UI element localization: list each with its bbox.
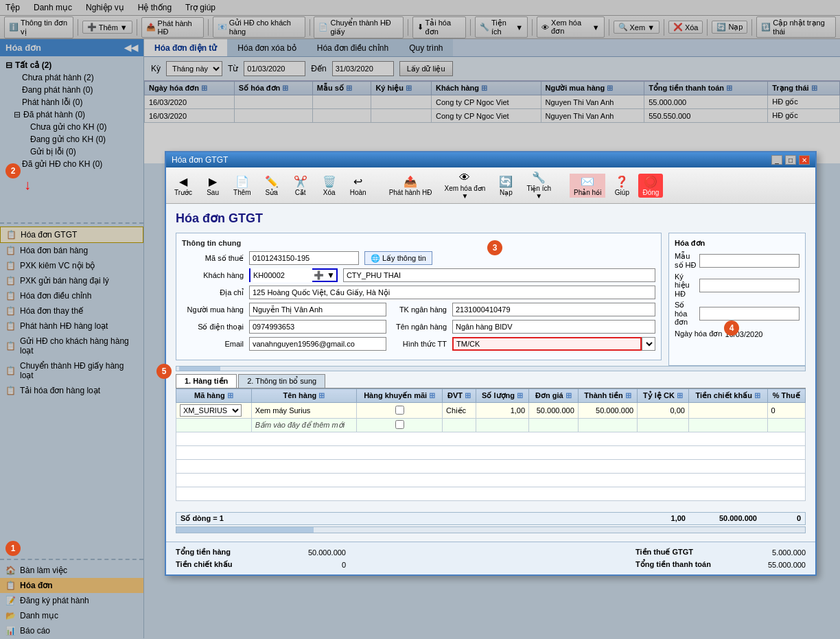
cell-km-new (357, 419, 443, 432)
empty-row (176, 446, 806, 460)
modal-btn-phathanh[interactable]: 📤 Phát hành HĐ (385, 174, 436, 198)
modal-btn-sua[interactable]: ✏️ Sửa (259, 174, 284, 198)
modal-title-text: Hóa đơn GTGT (172, 155, 228, 165)
so-dong-label: Số dòng = 1 (180, 514, 224, 523)
feedback-icon: ✉️ (581, 175, 594, 188)
kh-code-input[interactable] (250, 268, 312, 282)
close2-icon: ⭕ (644, 175, 657, 188)
footer-row-tt: Tổng tiền thanh toán 55.000.000 (635, 560, 806, 569)
modal-overlay[interactable]: Hóa đơn GTGT _ □ ✕ ◀ Trước ▶ Sau 📄 Thêm (0, 0, 840, 639)
product-tab-bosung[interactable]: 2. Thông tin bổ sung (238, 374, 325, 388)
cell-sl-new (476, 419, 529, 432)
km-check1[interactable] (395, 406, 404, 415)
httt-label: Hình thức TT (392, 340, 447, 349)
minimize-btn[interactable]: _ (771, 155, 782, 165)
httt-input[interactable] (452, 337, 642, 351)
hscroll-thumb[interactable] (179, 367, 220, 371)
product-hscroll[interactable] (176, 526, 806, 533)
close-modal-btn[interactable]: ✕ (799, 155, 810, 165)
circle-3: 3 (487, 240, 502, 255)
so-hd-input[interactable] (699, 307, 800, 321)
modal-btn-hoan[interactable]: ↩ Hoàn (346, 174, 371, 198)
cell-thanhtien-new (578, 419, 637, 432)
form-section-main: Thông tin chung Mã số thuế 🌐 Lấy thông t… (176, 233, 662, 366)
modal-btn-xoa[interactable]: 🗑️ Xóa (317, 174, 342, 198)
so-hd-label: Số hóa đơn (675, 301, 697, 327)
thong-tin-chung: Thông tin chung Mã số thuế 🌐 Lấy thông t… (176, 233, 662, 360)
invoice-row-mau: Mẫu số HĐ (675, 252, 800, 270)
km-check-new[interactable] (395, 420, 404, 429)
footer-row-thue: Tiền thuế GTGT 5.000.000 (635, 548, 806, 557)
email-label: Email (182, 340, 244, 348)
tennh-input[interactable] (452, 320, 655, 334)
sum-thue: 0 (760, 514, 801, 523)
hscroll-bar[interactable] (176, 366, 806, 371)
eye2-icon: 👁 (459, 172, 470, 184)
kh-name-input[interactable] (343, 268, 655, 282)
mau-so-input[interactable] (699, 254, 800, 268)
cell-tyleck1: 0,00 (638, 403, 689, 419)
tk-input[interactable] (452, 303, 655, 316)
modal-btn-sau[interactable]: ▶ Sau (200, 174, 225, 198)
product-table-container: Mã hàng ⊞ Tên hàng ⊞ Hàng khuyến mãi ⊞ Đ… (176, 388, 806, 512)
modal-titlebar: Hóa đơn GTGT _ □ ✕ (166, 152, 815, 167)
modal-btn-xemhd[interactable]: 👁 Xem hóa đơn ▼ (440, 170, 489, 201)
tien-thue-label: Tiền thuế GTGT (635, 548, 732, 557)
modal-btn-them[interactable]: 📄 Thêm (229, 174, 255, 198)
tong-hang-label: Tổng tiền hàng (176, 548, 272, 557)
modal-btn-phanhoi[interactable]: ✉️ Phản hồi (570, 174, 605, 198)
lay-thong-tin-btn[interactable]: 🌐 Lấy thông tin (364, 251, 432, 265)
next-icon: ▶ (209, 175, 217, 188)
product-row-new[interactable]: Bấm vào đây để thêm mới (176, 419, 806, 432)
cut-icon: ✂️ (294, 175, 307, 188)
publish2-icon: 📤 (404, 175, 417, 188)
circle-1: 1 (5, 541, 21, 556)
modal-btn-tienich[interactable]: 🔧 Tiện ích ▼ (522, 170, 555, 201)
mst-label: Mã số thuế (182, 254, 244, 263)
invoice-info-title: Hóa đơn (675, 239, 800, 248)
kh-add-icon[interactable]: ➕ (312, 270, 325, 280)
dc-input[interactable] (249, 286, 655, 299)
tong-tt-value: 55.000.000 (737, 561, 806, 569)
modal-btn-cat[interactable]: ✂️ Cắt (288, 174, 313, 198)
modal-btn-giup[interactable]: ❓ Giúp (609, 174, 634, 198)
tennh-label: Tên ngân hàng (392, 323, 447, 331)
modal-btn-nap[interactable]: 🔄 Nạp (493, 174, 518, 198)
cell-sl1: 1,00 (476, 403, 529, 419)
empty-row (176, 474, 806, 487)
ma-select1[interactable]: XM_SURIUS (180, 404, 242, 417)
product-hscroll-thumb[interactable] (176, 527, 314, 533)
nm-label: Người mua hàng (182, 305, 244, 314)
ky-hieu-input[interactable] (699, 279, 800, 292)
nm-input[interactable] (249, 303, 386, 316)
httt-select[interactable] (642, 337, 655, 351)
form-row-nm: Người mua hàng TK ngân hàng (182, 303, 655, 316)
product-table: Mã hàng ⊞ Tên hàng ⊞ Hàng khuyến mãi ⊞ Đ… (176, 388, 806, 501)
modal-btn-truoc[interactable]: ◀ Trước (170, 174, 196, 198)
kh-dropdown-icon[interactable]: ▼ (325, 270, 336, 280)
cell-ma1: XM_SURIUS (176, 403, 252, 419)
tong-hang-value: 50.000.000 (277, 548, 346, 557)
sdt-input[interactable] (249, 320, 386, 334)
cell-ten-new: Bấm vào đây để thêm mới (251, 419, 357, 432)
mst-input[interactable] (249, 251, 359, 265)
cell-tyleck-new (638, 419, 689, 432)
invoice-info-panel: Hóa đơn Mẫu số HĐ Ký hiệu HĐ Số hóa đơn (668, 233, 806, 366)
maximize-btn[interactable]: □ (785, 155, 796, 165)
modal-btn-dong[interactable]: ⭕ Đóng (638, 174, 663, 198)
refresh2-icon: 🔄 (499, 175, 513, 188)
cell-ten1: Xem máy Surius (251, 403, 357, 419)
product-row-1[interactable]: XM_SURIUS Xem máy Surius Chiếc 1,00 50.0… (176, 403, 806, 419)
footer-left: Tổng tiền hàng 50.000.000 Tiền chiết khấ… (176, 548, 346, 569)
email-input[interactable] (249, 337, 386, 351)
cell-dvt1: Chiếc (443, 403, 476, 419)
cell-tienck1 (688, 403, 767, 419)
dc-label: Địa chỉ (182, 288, 244, 297)
form-row-sdt: Số điện thoại Tên ngân hàng (182, 320, 655, 334)
red-arrow: ↓ (24, 177, 31, 193)
prev-icon: ◀ (179, 175, 187, 188)
col-tyleck: Tỷ lệ CK ⊞ (638, 389, 689, 403)
cell-thue-new (767, 419, 805, 432)
product-tab-hang[interactable]: 1. Hàng tiền (176, 374, 237, 388)
cell-thue1: 0 (767, 403, 805, 419)
